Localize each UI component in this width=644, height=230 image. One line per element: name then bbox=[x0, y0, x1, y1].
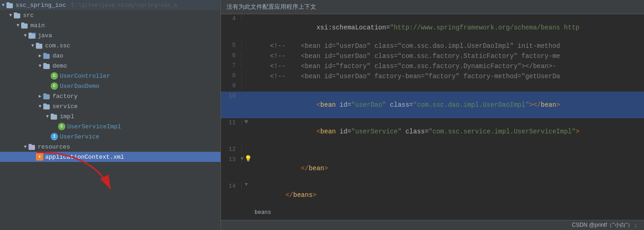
tree-user-service[interactable]: I UserService bbox=[0, 132, 220, 142]
src-label: src bbox=[23, 12, 34, 19]
tree-user-service-impl[interactable]: C UserServiceImpl bbox=[0, 121, 220, 132]
tree-main[interactable]: ▼ main bbox=[0, 20, 220, 30]
tree-resources[interactable]: ▼ resources bbox=[0, 142, 220, 152]
user-dao-demo-label: UserDaoDemo bbox=[60, 83, 99, 90]
java-arrow: ▼ bbox=[22, 33, 29, 38]
code-line-14: 14 ▼ </beans> bbox=[221, 182, 644, 208]
resources-label: resources bbox=[38, 144, 70, 150]
tree-service[interactable]: ▼ service bbox=[0, 101, 220, 111]
java-label: java bbox=[38, 32, 52, 39]
factory-arrow: ▶ bbox=[37, 93, 43, 99]
tree-user-controller[interactable]: C UserController bbox=[0, 71, 220, 81]
user-dao-demo-spring-icon: C bbox=[51, 82, 58, 90]
user-controller-spring-icon: C bbox=[51, 72, 58, 80]
resources-arrow: ▼ bbox=[22, 144, 29, 150]
code-line-4: 4 xsi:schemaLocation="http://www.springf… bbox=[221, 14, 644, 41]
java-folder-icon bbox=[29, 33, 36, 39]
src-folder-icon bbox=[14, 12, 21, 18]
user-service-interface-icon: I bbox=[51, 133, 58, 140]
root-folder-icon bbox=[6, 2, 14, 8]
com-ssc-label: com.ssc bbox=[45, 42, 70, 49]
xml-file-icon: X bbox=[36, 153, 43, 161]
demo-folder-icon bbox=[43, 63, 51, 69]
main-label: main bbox=[30, 22, 45, 29]
code-line-9: 9 bbox=[221, 81, 644, 92]
tree-java[interactable]: ▼ java bbox=[0, 30, 220, 40]
com-ssc-folder-icon bbox=[36, 43, 43, 49]
tree-impl[interactable]: ▼ impl bbox=[0, 111, 220, 121]
code-line-7: 7 <!-- <bean id="factory" class="com.ssc… bbox=[221, 61, 644, 71]
main-folder-icon bbox=[21, 23, 29, 29]
demo-label: demo bbox=[52, 63, 67, 69]
user-service-impl-label: UserServiceImpl bbox=[67, 123, 121, 130]
status-text: CSDN @printf（"小白"）； bbox=[572, 221, 638, 229]
impl-label: impl bbox=[60, 113, 74, 120]
com-ssc-arrow: ▼ bbox=[29, 43, 36, 48]
application-context-xml-label: applicationContext.xml bbox=[45, 154, 124, 161]
impl-arrow: ▼ bbox=[44, 114, 51, 119]
user-service-label: UserService bbox=[60, 133, 99, 140]
code-line-12: 12 bbox=[221, 145, 644, 155]
factory-folder-icon bbox=[43, 93, 51, 99]
code-line-6: 6 <!-- <bean id="userDao" class="com.ssc… bbox=[221, 51, 644, 61]
code-line-11: 11 ▼ <bean id="userService" class="com.s… bbox=[221, 118, 644, 145]
root-label: ssc_spring_ioc E:\gitee\java-study\sprin… bbox=[16, 2, 177, 9]
service-folder-icon bbox=[43, 104, 51, 109]
tree-application-context-xml[interactable]: X applicationContext.xml bbox=[0, 152, 220, 162]
tree-src[interactable]: ▼ src bbox=[0, 10, 220, 20]
code-area[interactable]: 4 xsi:schemaLocation="http://www.springf… bbox=[221, 14, 644, 220]
code-line-bottom: beans bbox=[221, 208, 644, 218]
code-line-5: 5 <!-- <bean id="userDao" class="com.ssc… bbox=[221, 41, 644, 51]
tree-user-dao-demo[interactable]: C UserDaoDemo bbox=[0, 81, 220, 91]
fold-icon-13[interactable]: ▼ bbox=[241, 156, 244, 161]
user-service-impl-spring-icon: C bbox=[58, 123, 65, 130]
tree-root[interactable]: ▼ ssc_spring_ioc E:\gitee\java-study\spr… bbox=[0, 0, 220, 10]
factory-label: factory bbox=[52, 93, 78, 100]
dao-label: dao bbox=[52, 52, 63, 59]
resources-folder-icon bbox=[29, 144, 36, 150]
dao-folder-icon bbox=[43, 53, 51, 59]
src-arrow: ▼ bbox=[7, 13, 14, 18]
service-label: service bbox=[52, 103, 78, 110]
fold-icon-14[interactable]: ▼ bbox=[245, 182, 248, 187]
tree-demo[interactable]: ▼ demo bbox=[0, 61, 220, 71]
user-controller-label: UserController bbox=[60, 73, 110, 80]
dao-arrow: ▶ bbox=[37, 53, 43, 58]
editor-header-text: 没有为此文件配置应用程序上下文 bbox=[226, 3, 316, 10]
code-line-10: 10 <bean id="userDao" class="com.ssc.dao… bbox=[221, 92, 644, 118]
code-line-8: 8 <!-- <bean id="userDao" factory-bean="… bbox=[221, 71, 644, 81]
root-arrow: ▼ bbox=[0, 3, 6, 8]
file-tree: ▼ ssc_spring_ioc E:\gitee\java-study\spr… bbox=[0, 0, 221, 230]
tree-factory[interactable]: ▶ factory bbox=[0, 91, 220, 101]
service-arrow: ▼ bbox=[37, 104, 43, 109]
code-editor: 没有为此文件配置应用程序上下文 4 xsi:schemaLocation="ht… bbox=[221, 0, 644, 230]
status-bar: CSDN @printf（"小白"）； bbox=[221, 220, 644, 230]
tree-com-ssc[interactable]: ▼ com.ssc bbox=[0, 40, 220, 51]
code-line-13: 13 ▼ 💡 </bean> bbox=[221, 155, 644, 182]
main-arrow: ▼ bbox=[15, 23, 21, 28]
demo-arrow: ▼ bbox=[37, 63, 43, 69]
impl-folder-icon bbox=[51, 114, 58, 120]
editor-header: 没有为此文件配置应用程序上下文 bbox=[221, 0, 644, 14]
tree-dao[interactable]: ▶ dao bbox=[0, 51, 220, 61]
